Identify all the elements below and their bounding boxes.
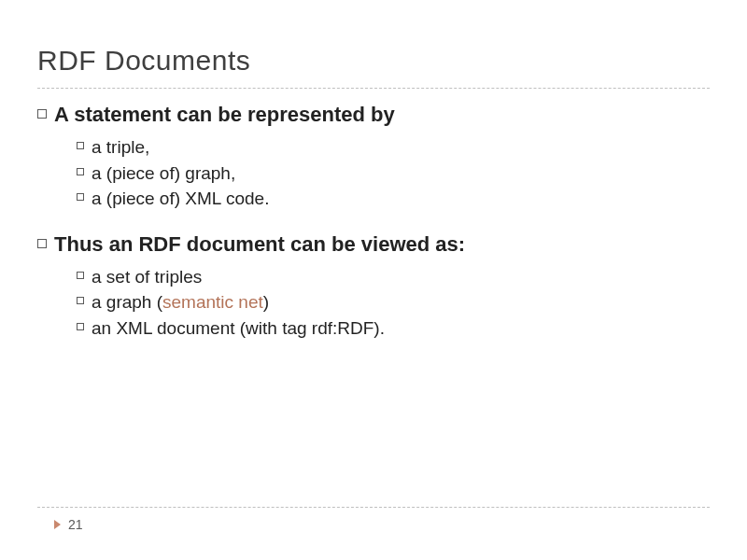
square-bullet-icon xyxy=(77,193,84,201)
page-number-value: 21 xyxy=(68,517,83,532)
text-suffix: ) xyxy=(263,292,269,312)
square-bullet-icon xyxy=(77,142,84,149)
divider-top xyxy=(37,88,710,89)
triangle-right-icon xyxy=(54,520,61,529)
page-title: RDF Documents xyxy=(37,45,250,77)
bullet-text: a triple, xyxy=(92,134,149,161)
list-item: a graph (semantic net) xyxy=(77,289,710,315)
square-bullet-icon xyxy=(37,239,47,248)
square-bullet-icon xyxy=(77,323,84,330)
highlight-text: semantic net xyxy=(162,292,263,312)
bullet-text: an XML document (with tag rdf:RDF). xyxy=(92,315,385,342)
sub-list: a set of triples a graph (semantic net) … xyxy=(37,264,710,342)
square-bullet-icon xyxy=(77,297,84,304)
list-item: an XML document (with tag rdf:RDF). xyxy=(77,315,710,342)
slide: RDF Documents A statement can be represe… xyxy=(0,0,747,560)
list-item: a triple, xyxy=(77,134,710,161)
bullet-text: a (piece of) XML code. xyxy=(92,186,269,212)
sub-list: a triple, a (piece of) graph, a (piece o… xyxy=(37,134,710,212)
list-item: A statement can be represented by a trip… xyxy=(37,103,710,212)
page-number: 21 xyxy=(54,517,83,532)
list-item: a set of triples xyxy=(77,264,710,290)
square-bullet-icon xyxy=(37,109,47,119)
bullet-row: A statement can be represented by xyxy=(37,103,710,127)
list-item: a (piece of) graph, xyxy=(77,161,710,187)
bullet-text: a set of triples xyxy=(92,264,202,290)
bullet-text: a (piece of) graph, xyxy=(92,161,235,187)
content-area: A statement can be represented by a trip… xyxy=(37,103,710,361)
bullet-text: Thus an RDF document can be viewed as: xyxy=(54,232,465,257)
bullet-list: A statement can be represented by a trip… xyxy=(37,103,710,341)
text-prefix: a graph ( xyxy=(92,292,162,312)
list-item: a (piece of) XML code. xyxy=(77,186,710,212)
bullet-row: Thus an RDF document can be viewed as: xyxy=(37,232,710,257)
square-bullet-icon xyxy=(77,272,84,279)
bullet-text: A statement can be represented by xyxy=(54,103,395,127)
bullet-text: a graph (semantic net) xyxy=(92,289,269,315)
divider-bottom xyxy=(37,507,710,508)
square-bullet-icon xyxy=(77,168,84,175)
list-item: Thus an RDF document can be viewed as: a… xyxy=(37,232,710,342)
